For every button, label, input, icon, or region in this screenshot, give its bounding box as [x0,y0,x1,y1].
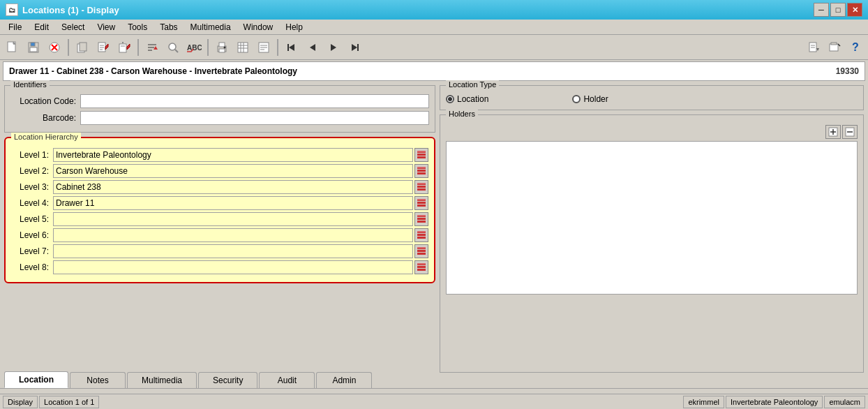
tab-multimedia[interactable]: Multimedia [127,372,197,388]
prev-record-button[interactable] [303,38,322,57]
hierarchy-btn-8[interactable] [414,260,428,274]
tab-audit[interactable]: Audit [259,372,315,388]
new-button[interactable] [3,38,22,57]
tab-notes[interactable]: Notes [70,372,126,388]
minimize-button[interactable]: ─ [814,3,829,17]
form-button[interactable] [254,38,274,57]
toolbar-sep-2 [137,39,139,56]
toolbar-sep-1 [68,39,69,56]
grid-button[interactable] [233,38,253,57]
tab-location[interactable]: Location [4,371,68,388]
identifiers-title: Identifiers [10,80,50,89]
record-id: 19330 [836,66,859,76]
svg-rect-67 [417,204,426,207]
hierarchy-input-3[interactable] [53,180,413,194]
svg-marker-43 [331,44,336,51]
svg-rect-69 [417,215,426,217]
status-system: emulacm [824,396,865,408]
hierarchy-label-7: Level 7: [11,246,53,256]
toolbar-sep-3 [207,39,209,56]
attach-button[interactable] [804,38,823,57]
menu-view[interactable]: View [91,21,121,34]
browse-button[interactable] [825,38,844,57]
hierarchy-btn-7[interactable] [414,244,428,258]
hierarchy-input-8[interactable] [53,260,413,274]
svg-point-30 [224,46,226,48]
hierarchy-row-5: Level 5: [11,212,428,226]
hierarchy-btn-2[interactable] [414,164,428,178]
location-radio[interactable]: Location [446,94,488,104]
location-code-input[interactable] [80,94,429,108]
svg-marker-45 [352,44,357,51]
svg-line-25 [175,50,178,52]
find-button[interactable] [163,38,183,57]
holder-radio-circle [572,95,581,103]
svg-rect-61 [417,183,426,185]
holders-remove-button[interactable] [842,125,858,139]
hierarchy-row-8: Level 8: [11,260,428,274]
status-user: ekrimmel [683,396,724,408]
barcode-input[interactable] [80,111,429,125]
hierarchy-label-6: Level 6: [11,230,53,240]
edit-button[interactable] [93,38,113,57]
identifiers-group: Identifiers Location Code: Barcode: [4,85,435,133]
svg-rect-79 [417,253,426,255]
hierarchy-btn-3[interactable] [414,180,428,194]
svg-marker-42 [310,44,315,51]
location-type-radios: Location Holder [446,91,858,104]
hierarchy-input-2[interactable] [53,164,413,178]
hierarchy-input-5[interactable] [53,212,413,226]
tab-admin[interactable]: Admin [316,372,372,388]
hierarchy-row-2: Level 2: [11,164,428,178]
next-record-button[interactable] [324,38,343,57]
hierarchy-btn-1[interactable] [414,148,428,162]
toolbar-sep-4 [277,39,278,56]
copy-button[interactable] [73,38,92,57]
svg-rect-16 [119,44,126,52]
menu-window[interactable]: Window [238,21,279,34]
holders-toolbar [446,125,858,139]
hierarchy-input-1[interactable] [53,148,413,162]
hierarchy-input-7[interactable] [53,244,413,258]
svg-rect-77 [417,247,426,249]
holders-add-button[interactable] [825,125,841,139]
menu-file[interactable]: File [3,21,27,34]
hierarchy-input-4[interactable] [53,196,413,210]
menu-tabs[interactable]: Tabs [154,21,183,34]
spell-button[interactable]: ABC [184,38,204,57]
tab-security[interactable]: Security [198,372,257,388]
left-panel: Identifiers Location Code: Barcode: Loca… [4,85,435,373]
toolbar: ABC ? [0,35,868,60]
first-record-button[interactable] [282,38,301,57]
svg-rect-70 [417,218,426,220]
app-icon: 🗂 [6,3,18,16]
holder-radio[interactable]: Holder [572,94,608,104]
save-button[interactable] [24,38,43,57]
hierarchy-btn-6[interactable] [414,228,428,242]
print-button[interactable] [212,38,232,57]
maximize-button[interactable]: □ [830,3,846,17]
hierarchy-input-6[interactable] [53,228,413,242]
hierarchy-btn-4[interactable] [414,196,428,210]
hierarchy-label-1: Level 1: [11,150,53,160]
window-title: Locations (1) - Display [22,5,119,15]
menu-edit[interactable]: Edit [29,21,54,34]
close-button[interactable]: ✕ [847,3,862,17]
holders-title: Holders [446,110,478,118]
svg-rect-29 [219,49,225,52]
sort-button[interactable] [142,38,162,57]
svg-rect-53 [417,151,426,153]
svg-rect-54 [417,154,426,156]
last-record-button[interactable] [345,38,364,57]
menu-multimedia[interactable]: Multimedia [185,21,237,34]
menu-help[interactable]: Help [280,21,308,34]
location-radio-circle [446,95,454,103]
status-department: Invertebrate Paleontology [726,396,823,408]
delete-button[interactable] [114,38,134,57]
menu-tools[interactable]: Tools [122,21,153,34]
hierarchy-btn-5[interactable] [414,212,428,226]
menu-select[interactable]: Select [56,21,90,34]
hierarchy-group: Location Hierarchy Level 1:Level 2:Level… [4,137,435,283]
cancel-button[interactable] [45,38,64,57]
help-button[interactable]: ? [846,38,865,57]
